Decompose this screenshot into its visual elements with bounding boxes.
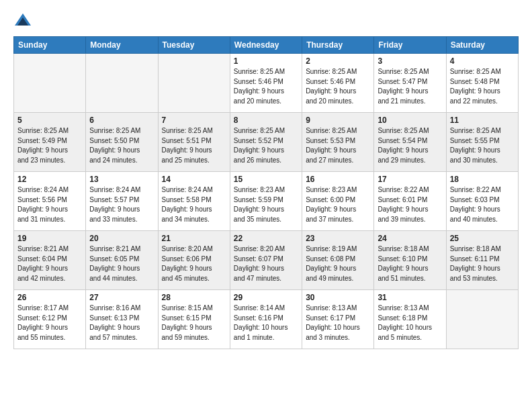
calendar-cell [446,290,518,349]
calendar-cell: 21Sunrise: 8:20 AM Sunset: 6:06 PM Dayli… [158,231,230,290]
day-number: 27 [89,293,154,302]
day-info: Sunrise: 8:25 AM Sunset: 5:48 PM Dayligh… [450,67,515,106]
day-info: Sunrise: 8:15 AM Sunset: 6:15 PM Dayligh… [162,304,226,342]
day-info: Sunrise: 8:22 AM Sunset: 6:03 PM Dayligh… [450,185,515,224]
weekday-header-saturday: Saturday [446,37,518,54]
calendar-cell: 12Sunrise: 8:24 AM Sunset: 5:56 PM Dayli… [14,172,86,231]
calendar-cell: 15Sunrise: 8:23 AM Sunset: 5:59 PM Dayli… [230,172,302,231]
calendar-cell [14,54,86,113]
calendar-week-row: 19Sunrise: 8:21 AM Sunset: 6:04 PM Dayli… [14,231,519,290]
day-info: Sunrise: 8:25 AM Sunset: 5:54 PM Dayligh… [378,126,442,165]
day-number: 28 [162,293,226,302]
day-info: Sunrise: 8:13 AM Sunset: 6:17 PM Dayligh… [306,304,370,342]
day-number: 2 [306,56,370,66]
day-info: Sunrise: 8:20 AM Sunset: 6:06 PM Dayligh… [162,244,226,283]
calendar-cell: 7Sunrise: 8:25 AM Sunset: 5:51 PM Daylig… [158,113,230,172]
day-info: Sunrise: 8:16 AM Sunset: 6:13 PM Dayligh… [89,304,154,342]
day-number: 23 [306,234,370,243]
calendar-cell [158,54,230,113]
day-number: 3 [378,56,442,66]
day-number: 24 [378,234,442,243]
day-number: 4 [450,56,515,66]
calendar-week-row: 1Sunrise: 8:25 AM Sunset: 5:46 PM Daylig… [14,54,519,113]
day-info: Sunrise: 8:21 AM Sunset: 6:05 PM Dayligh… [89,244,154,283]
day-number: 21 [162,234,226,243]
calendar-cell: 8Sunrise: 8:25 AM Sunset: 5:52 PM Daylig… [230,113,302,172]
day-number: 29 [234,293,298,302]
day-info: Sunrise: 8:20 AM Sunset: 6:07 PM Dayligh… [234,244,298,283]
weekday-header-monday: Monday [86,37,158,54]
day-info: Sunrise: 8:21 AM Sunset: 6:04 PM Dayligh… [17,244,82,283]
calendar-cell: 6Sunrise: 8:25 AM Sunset: 5:50 PM Daylig… [86,113,158,172]
day-info: Sunrise: 8:14 AM Sunset: 6:16 PM Dayligh… [234,304,298,342]
calendar-cell: 24Sunrise: 8:18 AM Sunset: 6:10 PM Dayli… [374,231,446,290]
day-info: Sunrise: 8:25 AM Sunset: 5:53 PM Dayligh… [306,126,370,165]
day-info: Sunrise: 8:25 AM Sunset: 5:50 PM Dayligh… [89,126,154,165]
calendar-cell: 5Sunrise: 8:25 AM Sunset: 5:49 PM Daylig… [14,113,86,172]
calendar-cell: 16Sunrise: 8:23 AM Sunset: 6:00 PM Dayli… [302,172,374,231]
calendar-cell: 13Sunrise: 8:24 AM Sunset: 5:57 PM Dayli… [86,172,158,231]
day-info: Sunrise: 8:25 AM Sunset: 5:52 PM Dayligh… [234,126,298,165]
day-number: 25 [450,234,515,243]
day-number: 20 [89,234,154,243]
calendar-cell: 11Sunrise: 8:25 AM Sunset: 5:55 PM Dayli… [446,113,518,172]
day-number: 9 [306,116,370,125]
calendar-cell: 22Sunrise: 8:20 AM Sunset: 6:07 PM Dayli… [230,231,302,290]
day-info: Sunrise: 8:25 AM Sunset: 5:47 PM Dayligh… [378,67,442,106]
day-info: Sunrise: 8:23 AM Sunset: 5:59 PM Dayligh… [234,185,298,224]
calendar: SundayMondayTuesdayWednesdayThursdayFrid… [13,36,519,349]
calendar-cell: 4Sunrise: 8:25 AM Sunset: 5:48 PM Daylig… [446,54,518,113]
weekday-header-wednesday: Wednesday [230,37,302,54]
day-info: Sunrise: 8:25 AM Sunset: 5:51 PM Dayligh… [162,126,226,165]
day-number: 11 [450,116,515,125]
weekday-header-row: SundayMondayTuesdayWednesdayThursdayFrid… [14,37,519,54]
calendar-cell: 9Sunrise: 8:25 AM Sunset: 5:53 PM Daylig… [302,113,374,172]
weekday-header-tuesday: Tuesday [158,37,230,54]
day-info: Sunrise: 8:23 AM Sunset: 6:00 PM Dayligh… [306,185,370,224]
day-info: Sunrise: 8:25 AM Sunset: 5:46 PM Dayligh… [306,67,370,106]
calendar-cell: 23Sunrise: 8:19 AM Sunset: 6:08 PM Dayli… [302,231,374,290]
day-number: 5 [17,116,82,125]
calendar-cell: 29Sunrise: 8:14 AM Sunset: 6:16 PM Dayli… [230,290,302,349]
day-info: Sunrise: 8:25 AM Sunset: 5:55 PM Dayligh… [450,126,515,165]
calendar-cell: 28Sunrise: 8:15 AM Sunset: 6:15 PM Dayli… [158,290,230,349]
page: SundayMondayTuesdayWednesdayThursdayFrid… [0,0,532,360]
day-info: Sunrise: 8:17 AM Sunset: 6:12 PM Dayligh… [17,304,82,342]
calendar-cell: 1Sunrise: 8:25 AM Sunset: 5:46 PM Daylig… [230,54,302,113]
weekday-header-friday: Friday [374,37,446,54]
day-number: 1 [234,56,298,66]
calendar-cell: 19Sunrise: 8:21 AM Sunset: 6:04 PM Dayli… [14,231,86,290]
calendar-cell: 3Sunrise: 8:25 AM Sunset: 5:47 PM Daylig… [374,54,446,113]
day-number: 26 [17,293,82,302]
calendar-cell: 2Sunrise: 8:25 AM Sunset: 5:46 PM Daylig… [302,54,374,113]
day-number: 14 [162,175,226,184]
calendar-cell: 10Sunrise: 8:25 AM Sunset: 5:54 PM Dayli… [374,113,446,172]
day-info: Sunrise: 8:24 AM Sunset: 5:56 PM Dayligh… [17,185,82,224]
day-number: 13 [89,175,154,184]
calendar-cell: 30Sunrise: 8:13 AM Sunset: 6:17 PM Dayli… [302,290,374,349]
day-info: Sunrise: 8:13 AM Sunset: 6:18 PM Dayligh… [378,304,442,342]
day-number: 7 [162,116,226,125]
header [13,11,519,30]
calendar-cell: 26Sunrise: 8:17 AM Sunset: 6:12 PM Dayli… [14,290,86,349]
day-number: 19 [17,234,82,243]
weekday-header-thursday: Thursday [302,37,374,54]
day-info: Sunrise: 8:19 AM Sunset: 6:08 PM Dayligh… [306,244,370,283]
day-info: Sunrise: 8:25 AM Sunset: 5:49 PM Dayligh… [17,126,82,165]
calendar-cell: 25Sunrise: 8:18 AM Sunset: 6:11 PM Dayli… [446,231,518,290]
day-number: 31 [378,293,442,302]
day-number: 30 [306,293,370,302]
day-number: 10 [378,116,442,125]
day-number: 8 [234,116,298,125]
day-info: Sunrise: 8:24 AM Sunset: 5:58 PM Dayligh… [162,185,226,224]
day-info: Sunrise: 8:22 AM Sunset: 6:01 PM Dayligh… [378,185,442,224]
day-number: 22 [234,234,298,243]
day-info: Sunrise: 8:18 AM Sunset: 6:11 PM Dayligh… [450,244,515,283]
calendar-cell: 18Sunrise: 8:22 AM Sunset: 6:03 PM Dayli… [446,172,518,231]
calendar-cell: 14Sunrise: 8:24 AM Sunset: 5:58 PM Dayli… [158,172,230,231]
calendar-week-row: 26Sunrise: 8:17 AM Sunset: 6:12 PM Dayli… [14,290,519,349]
day-number: 17 [378,175,442,184]
calendar-week-row: 12Sunrise: 8:24 AM Sunset: 5:56 PM Dayli… [14,172,519,231]
logo [13,11,35,30]
calendar-week-row: 5Sunrise: 8:25 AM Sunset: 5:49 PM Daylig… [14,113,519,172]
